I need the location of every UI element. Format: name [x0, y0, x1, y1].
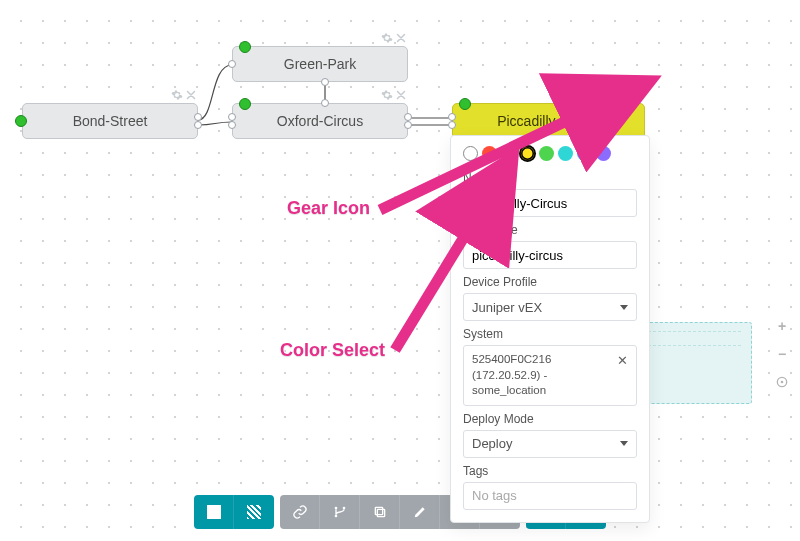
device-profile-value: Juniper vEX: [472, 300, 542, 315]
gear-icon[interactable]: [171, 89, 183, 101]
shape-hatch-button[interactable]: [234, 495, 274, 529]
plus-icon: +: [778, 318, 786, 334]
color-swatch-blue[interactable]: [577, 146, 592, 161]
port-icon[interactable]: [228, 60, 236, 68]
deploy-mode-value: Deploy: [472, 436, 512, 451]
zoom-in-button[interactable]: +: [772, 316, 792, 336]
node-controls: [381, 89, 407, 101]
tags-input[interactable]: No tags: [463, 482, 637, 510]
node-controls: [618, 89, 644, 101]
minimap-row: [643, 331, 741, 333]
close-icon[interactable]: [395, 89, 407, 101]
minimap-row: [643, 345, 741, 347]
system-label: System: [463, 327, 637, 341]
port-icon[interactable]: [321, 78, 329, 86]
port-icon[interactable]: [321, 99, 329, 107]
color-swatch-red[interactable]: [482, 146, 497, 161]
svg-point-1: [781, 381, 782, 382]
topology-canvas[interactable]: Bond-Street Green-Park Oxford-Circus: [0, 0, 800, 541]
node-bond-street[interactable]: Bond-Street: [22, 103, 198, 139]
tags-label: Tags: [463, 464, 637, 478]
color-swatch-yellow[interactable]: [520, 146, 535, 161]
port-icon[interactable]: [448, 121, 456, 129]
status-dot-icon: [459, 98, 471, 110]
square-solid-icon: [207, 505, 221, 519]
callout-color-label: Color Select: [280, 340, 385, 361]
gear-icon[interactable]: [381, 32, 393, 44]
hostname-input[interactable]: [463, 241, 637, 269]
node-properties-panel: Name Hostname Device Profile Juniper vEX…: [450, 135, 650, 523]
node-green-park[interactable]: Green-Park: [232, 46, 408, 82]
svg-point-3: [334, 515, 337, 518]
status-dot-icon: [239, 41, 251, 53]
node-controls: [171, 89, 197, 101]
minus-icon: −: [778, 346, 786, 362]
deploy-mode-label: Deploy Mode: [463, 412, 637, 426]
tags-placeholder: No tags: [472, 488, 517, 503]
svg-rect-5: [377, 509, 384, 516]
color-swatch-none[interactable]: [463, 146, 478, 161]
name-input[interactable]: [463, 189, 637, 217]
name-label: Name: [463, 171, 637, 185]
color-swatch-purple[interactable]: [596, 146, 611, 161]
close-icon[interactable]: [185, 89, 197, 101]
copy-icon: [372, 504, 388, 520]
close-icon[interactable]: [395, 32, 407, 44]
system-value: 525400F0C216 (172.20.52.9) - some_locati…: [472, 352, 611, 399]
port-icon[interactable]: [404, 121, 412, 129]
device-profile-select[interactable]: Juniper vEX: [463, 293, 637, 321]
close-icon[interactable]: [632, 89, 644, 101]
deploy-mode-select[interactable]: Deploy: [463, 430, 637, 458]
square-hatch-icon: [247, 505, 261, 519]
node-controls: [381, 32, 407, 44]
color-swatch-teal[interactable]: [558, 146, 573, 161]
status-dot-icon: [15, 115, 27, 127]
status-dot-icon: [239, 98, 251, 110]
link-button[interactable]: [280, 495, 320, 529]
shape-solid-button[interactable]: [194, 495, 234, 529]
zoom-controls: + −: [772, 316, 792, 392]
node-label: Bond-Street: [73, 113, 148, 129]
branch-icon: [332, 504, 348, 520]
color-select-row: [463, 146, 637, 161]
port-icon[interactable]: [194, 113, 202, 121]
node-label: Green-Park: [284, 56, 356, 72]
gear-icon[interactable]: [381, 89, 393, 101]
port-icon[interactable]: [228, 113, 236, 121]
port-icon[interactable]: [228, 121, 236, 129]
svg-point-2: [334, 507, 337, 510]
chevron-down-icon: [620, 305, 628, 310]
port-icon[interactable]: [404, 113, 412, 121]
callout-gear-label: Gear Icon: [287, 198, 370, 219]
zoom-reset-button[interactable]: [772, 372, 792, 392]
gear-icon[interactable]: [618, 89, 630, 101]
zoom-out-button[interactable]: −: [772, 344, 792, 364]
port-icon[interactable]: [448, 113, 456, 121]
toolbar-group-shape: [194, 495, 274, 529]
target-icon: [774, 374, 790, 390]
color-swatch-orange[interactable]: [501, 146, 516, 161]
device-profile-label: Device Profile: [463, 275, 637, 289]
pencil-icon: [412, 504, 428, 520]
edit-button[interactable]: [400, 495, 440, 529]
port-icon[interactable]: [194, 121, 202, 129]
node-label: Oxford-Circus: [277, 113, 363, 129]
node-label: Piccadilly-Circus: [497, 113, 600, 129]
node-piccadilly-circus[interactable]: Piccadilly-Circus: [452, 103, 645, 139]
chevron-down-icon: [620, 441, 628, 446]
copy-button[interactable]: [360, 495, 400, 529]
color-swatch-green[interactable]: [539, 146, 554, 161]
clear-system-icon[interactable]: ✕: [611, 352, 628, 370]
hostname-label: Hostname: [463, 223, 637, 237]
system-box[interactable]: 525400F0C216 (172.20.52.9) - some_locati…: [463, 345, 637, 406]
svg-point-4: [342, 507, 345, 510]
svg-rect-6: [375, 507, 382, 514]
link-icon: [292, 504, 308, 520]
minimap-panel[interactable]: [632, 322, 752, 404]
branch-button[interactable]: [320, 495, 360, 529]
node-oxford-circus[interactable]: Oxford-Circus: [232, 103, 408, 139]
